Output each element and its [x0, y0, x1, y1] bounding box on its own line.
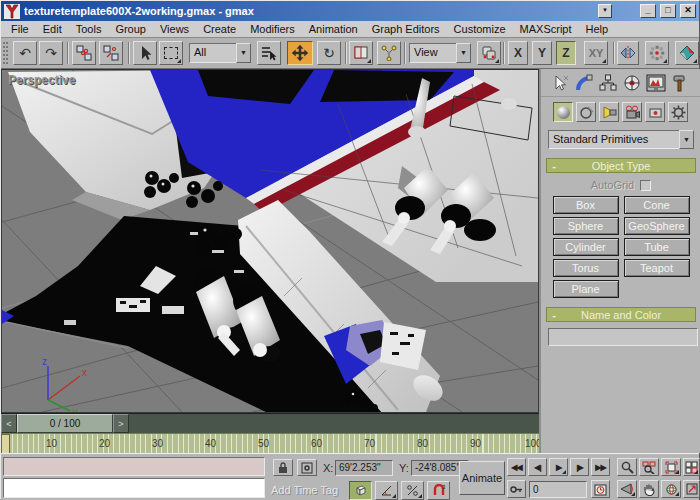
select-and-link-button[interactable] [72, 41, 96, 65]
frame-prev-arrow[interactable]: < [1, 414, 17, 433]
menu-create[interactable]: Create [197, 22, 242, 36]
animate-button[interactable]: Animate [459, 461, 505, 495]
toolbar-drag-handle[interactable] [3, 42, 8, 64]
menu-views[interactable]: Views [154, 22, 195, 36]
select-and-scale-button[interactable] [349, 41, 373, 65]
menu-modifiers[interactable]: Modifiers [244, 22, 301, 36]
menu-animation[interactable]: Animation [303, 22, 364, 36]
menu-group[interactable]: Group [109, 22, 152, 36]
tab-create[interactable] [549, 73, 570, 93]
cone-button[interactable]: Cone [624, 196, 690, 214]
maximize-button[interactable]: □ [660, 4, 676, 18]
next-frame-button[interactable]: |▶ [570, 458, 589, 476]
zoom-button[interactable] [617, 458, 637, 476]
teapot-button[interactable]: Teapot [624, 259, 690, 277]
primitive-category-dropdown[interactable]: Standard Primitives ▼ [548, 130, 694, 149]
angle-snap-button[interactable] [375, 481, 398, 500]
reference-coordinate-dropdown[interactable]: View ▼ [409, 43, 471, 63]
go-to-end-button[interactable]: ▶▶ [591, 458, 610, 476]
plane-button[interactable]: Plane [553, 280, 619, 298]
zoom-all-button[interactable] [639, 458, 659, 476]
timeline-frame-marker[interactable] [1, 434, 10, 453]
spinner-snap-button[interactable]: 3 [427, 481, 450, 500]
name-color-rollout-header[interactable]: - Name and Color [546, 307, 696, 322]
chevron-down-icon[interactable]: ▼ [679, 130, 694, 149]
x-coordinate-field[interactable]: 69'2.253" [335, 460, 393, 476]
sphere-button[interactable]: Sphere [553, 217, 619, 235]
prompt-line[interactable] [3, 457, 265, 476]
restrict-y-button[interactable]: Y [532, 41, 552, 65]
redo-button[interactable]: ↷ [39, 41, 63, 65]
select-by-name-button[interactable] [257, 41, 281, 65]
geosphere-button[interactable]: GeoSphere [624, 217, 690, 235]
go-to-start-button[interactable]: ◀◀ [507, 458, 526, 476]
toolbar-overflow-button[interactable]: ▼ [598, 4, 612, 18]
percent-snap-button[interactable] [401, 481, 424, 500]
zoom-extents-all-button[interactable] [683, 458, 700, 476]
object-name-field[interactable] [548, 328, 698, 346]
tab-utilities[interactable] [669, 73, 690, 93]
previous-frame-button[interactable]: ◀| [528, 458, 547, 476]
tube-button[interactable]: Tube [624, 238, 690, 256]
menu-graph-editors[interactable]: Graph Editors [366, 22, 446, 36]
add-time-tag[interactable]: Add Time Tag [271, 484, 338, 496]
chevron-down-icon[interactable]: ▼ [236, 43, 251, 63]
menu-tools[interactable]: Tools [70, 22, 108, 36]
restrict-x-button[interactable]: X [508, 41, 528, 65]
render-flyout-button[interactable] [675, 41, 699, 65]
torus-button[interactable]: Torus [553, 259, 619, 277]
tab-modify[interactable] [573, 73, 594, 93]
restrict-xy-plane-button[interactable]: XY [584, 41, 608, 65]
arc-rotate-button[interactable] [661, 480, 681, 498]
category-lights-button[interactable] [599, 102, 619, 122]
viewport-perspective[interactable]: z x y Perspective [1, 69, 539, 413]
timeline-ruler[interactable]: 10 20 30 40 50 60 70 80 90 100 [1, 433, 539, 453]
menu-customize[interactable]: Customize [448, 22, 512, 36]
min-max-toggle-button[interactable] [683, 480, 700, 498]
restrict-z-button[interactable]: Z [556, 41, 576, 65]
menu-file[interactable]: File [5, 22, 35, 36]
category-geometry-button[interactable] [553, 102, 573, 122]
use-pivot-point-button[interactable] [477, 41, 501, 65]
tab-display[interactable] [645, 73, 666, 93]
current-frame-field[interactable] [529, 481, 587, 498]
selection-region-button[interactable] [159, 41, 183, 65]
array-button[interactable] [645, 41, 669, 65]
menu-help[interactable]: Help [580, 22, 615, 36]
minimize-button[interactable]: _ [640, 4, 656, 18]
autogrid-checkbox[interactable] [640, 180, 651, 191]
set-key-button[interactable] [507, 480, 526, 498]
time-slider[interactable]: 0 / 100 [17, 414, 113, 433]
category-shapes-button[interactable] [576, 102, 596, 122]
unlink-selection-button[interactable] [99, 41, 123, 65]
object-type-rollout-header[interactable]: - Object Type [546, 158, 696, 173]
selection-filter-dropdown[interactable]: All ▼ [189, 43, 251, 63]
selection-lock-button[interactable] [273, 459, 293, 476]
tab-motion[interactable] [621, 73, 642, 93]
tab-hierarchy[interactable] [597, 73, 618, 93]
maxscript-mini-listener[interactable] [3, 478, 265, 498]
manipulate-button[interactable] [377, 41, 401, 65]
select-and-rotate-button[interactable]: ↻ [317, 41, 341, 65]
select-and-move-button[interactable] [287, 41, 313, 65]
category-cameras-button[interactable] [622, 102, 642, 122]
chevron-down-icon[interactable]: ▼ [456, 43, 471, 63]
mirror-button[interactable] [617, 41, 639, 65]
select-object-button[interactable] [133, 41, 157, 65]
play-button[interactable]: ▶ [549, 458, 568, 476]
snap-toggle-3d-button[interactable] [349, 481, 372, 500]
menu-edit[interactable]: Edit [37, 22, 68, 36]
frame-next-arrow[interactable]: > [113, 414, 129, 433]
close-button[interactable]: ✕ [680, 4, 696, 18]
category-systems-button[interactable] [668, 102, 688, 122]
category-helpers-button[interactable] [645, 102, 665, 122]
pan-view-button[interactable] [639, 480, 659, 498]
box-button[interactable]: Box [553, 196, 619, 214]
menu-maxscript[interactable]: MAXScript [514, 22, 578, 36]
time-configuration-button[interactable] [591, 480, 610, 498]
zoom-extents-button[interactable] [661, 458, 681, 476]
viewport-label[interactable]: Perspective [8, 73, 75, 87]
cylinder-button[interactable]: Cylinder [553, 238, 619, 256]
absolute-offset-toggle-button[interactable] [297, 459, 317, 476]
undo-button[interactable]: ↶ [13, 41, 37, 65]
